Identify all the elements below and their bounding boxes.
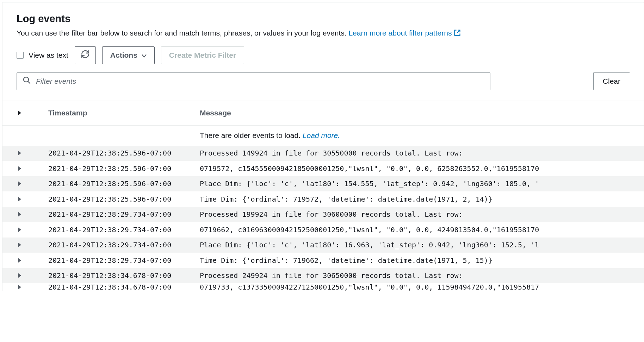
external-link-icon [454,28,461,39]
expand-caret-icon [18,273,21,278]
create-metric-filter-button[interactable]: Create Metric Filter [161,46,244,64]
table-header-row: Timestamp Message [2,101,644,126]
table-row[interactable]: 2021-04-29T12:38:34.678-07:000719733, c1… [2,283,644,291]
table-row[interactable]: 2021-04-29T12:38:29.734-07:00Processed 1… [2,207,644,222]
table-row[interactable]: 2021-04-29T12:38:25.596-07:00Processed 1… [2,146,644,161]
col-header-timestamp[interactable]: Timestamp [36,109,188,117]
table-row[interactable]: 2021-04-29T12:38:29.734-07:000719662, c0… [2,222,644,238]
cell-timestamp: 2021-04-29T12:38:34.678-07:00 [36,271,188,280]
expand-caret-icon [18,166,21,171]
cell-timestamp: 2021-04-29T12:38:25.596-07:00 [36,179,188,188]
cell-timestamp: 2021-04-29T12:38:25.596-07:00 [36,164,188,173]
cell-message: 0719662, c016963000942152500001250,"lwsn… [188,226,644,234]
caret-down-icon [142,51,147,59]
older-events-row: There are older events to load. Load mor… [2,126,644,146]
load-more-link[interactable]: Load more. [303,131,340,139]
log-events-panel: Log events You can use the filter bar be… [2,2,644,291]
log-events-table: Timestamp Message There are older events… [2,101,644,291]
refresh-icon [81,50,90,61]
table-row[interactable]: 2021-04-29T12:38:25.596-07:00Time Dim: {… [2,191,644,207]
toolbar: View as text Actions Create Metric Filte… [2,39,644,64]
row-expand-toggle[interactable] [2,197,36,202]
subtitle-text: You can use the filter bar below to sear… [17,29,348,37]
expand-caret-icon [18,258,21,263]
header-block: Log events You can use the filter bar be… [2,13,644,39]
cell-timestamp: 2021-04-29T12:38:25.596-07:00 [36,149,188,157]
filter-events-input[interactable] [36,77,484,86]
row-expand-toggle[interactable] [2,181,36,186]
page-subtitle: You can use the filter bar below to sear… [17,27,630,39]
cell-message: Processed 149924 in file for 30550000 re… [188,149,644,157]
cell-timestamp: 2021-04-29T12:38:29.734-07:00 [36,256,188,265]
learn-more-link-text: Learn more about filter patterns [348,29,452,37]
actions-dropdown-button[interactable]: Actions [102,46,155,64]
cell-message: 0719572, c154555000942185000001250,"lwsn… [188,164,644,173]
cell-timestamp: 2021-04-29T12:38:29.734-07:00 [36,210,188,218]
filter-row: Clear [2,64,644,101]
row-expand-toggle[interactable] [2,166,36,171]
cell-message: Processed 199924 in file for 30600000 re… [188,210,644,218]
cell-timestamp: 2021-04-29T12:38:29.734-07:00 [36,241,188,249]
expand-all-header[interactable] [2,110,36,115]
expand-caret-icon [18,227,21,232]
expand-caret-icon [18,285,21,290]
row-expand-toggle[interactable] [2,242,36,247]
row-expand-toggle[interactable] [2,151,36,156]
table-row[interactable]: 2021-04-29T12:38:34.678-07:00Processed 2… [2,268,644,284]
page-title: Log events [17,13,630,25]
svg-line-1 [28,81,30,83]
view-as-text-label: View as text [29,51,68,59]
row-expand-toggle[interactable] [2,212,36,217]
table-row[interactable]: 2021-04-29T12:38:29.734-07:00Place Dim: … [2,238,644,253]
cell-message: Processed 249924 in file for 30650000 re… [188,271,644,280]
refresh-button[interactable] [75,46,96,64]
table-row[interactable]: 2021-04-29T12:38:25.596-07:000719572, c1… [2,161,644,176]
cell-message: Place Dim: {'loc': 'c', 'lat180': 154.55… [188,179,644,188]
expand-caret-icon [18,151,21,156]
filter-input-wrap[interactable] [17,72,490,90]
create-metric-filter-label: Create Metric Filter [169,51,236,59]
expand-caret-icon [18,197,21,202]
cell-timestamp: 2021-04-29T12:38:34.678-07:00 [36,283,188,291]
search-icon [23,76,31,86]
row-expand-toggle[interactable] [2,258,36,263]
table-row[interactable]: 2021-04-29T12:38:29.734-07:00Time Dim: {… [2,253,644,268]
cell-message: Place Dim: {'loc': 'c', 'lat180': 16.963… [188,241,644,249]
actions-label: Actions [110,51,137,59]
cell-timestamp: 2021-04-29T12:38:25.596-07:00 [36,195,188,203]
row-expand-toggle[interactable] [2,273,36,278]
cell-timestamp: 2021-04-29T12:38:29.734-07:00 [36,226,188,234]
clear-button[interactable]: Clear [593,72,630,90]
view-as-text-checkbox-wrap[interactable]: View as text [17,51,68,59]
cell-message: 0719733, c137335000942271250001250,"lwsn… [188,283,644,291]
expand-caret-icon [18,212,21,217]
learn-more-link[interactable]: Learn more about filter patterns [348,29,461,37]
expand-caret-icon [18,110,21,115]
table-row[interactable]: 2021-04-29T12:38:25.596-07:00Place Dim: … [2,176,644,192]
expand-caret-icon [18,242,21,247]
cell-message: Time Dim: {'ordinal': 719572, 'datetime'… [188,195,644,203]
expand-caret-icon [18,181,21,186]
cell-message: Time Dim: {'ordinal': 719662, 'datetime'… [188,256,644,265]
col-header-message[interactable]: Message [188,109,644,117]
view-as-text-checkbox[interactable] [17,52,24,59]
row-expand-toggle[interactable] [2,227,36,232]
row-expand-toggle[interactable] [2,285,36,290]
older-events-text: There are older events to load. [200,131,303,139]
